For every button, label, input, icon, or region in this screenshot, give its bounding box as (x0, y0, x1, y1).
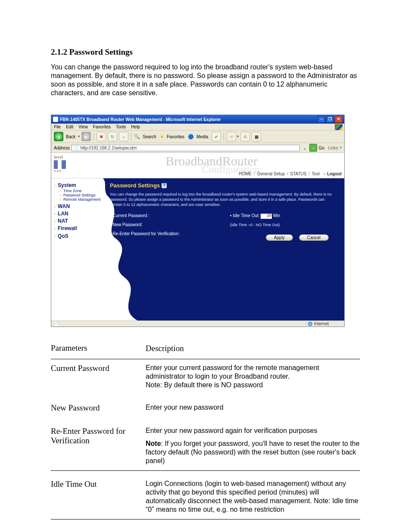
note-rest: : If you forget your password, you'll ha… (146, 440, 360, 464)
go-label: Go (319, 146, 324, 150)
favorites-icon[interactable]: ★ (160, 134, 164, 139)
param-desc: Enter your current password for the remo… (146, 364, 360, 389)
maximize-button[interactable]: ❐ (326, 116, 334, 123)
home-button[interactable]: ⌂ (119, 132, 128, 141)
address-url: http://192.168.2.1/setupw.stm (81, 146, 137, 150)
toolbar-separator (224, 133, 224, 140)
param-table: Parameters Description Current Password … (51, 339, 360, 520)
sidebar-item-system[interactable]: System (54, 183, 101, 188)
toolbar: ◄ Back ▾ ► ✖ ↻ ⌂ 🔍 Search ★ Favorites 🔵 … (51, 131, 344, 143)
param-name: New Password (51, 403, 146, 413)
panel-description: You can change the password required to … (110, 192, 337, 207)
print-button[interactable]: 🖶 (240, 132, 250, 141)
sidebar: System Time Zone Password Settings Remot… (51, 178, 103, 320)
windows-flag-icon (335, 124, 342, 130)
nav-general[interactable]: General Setup (257, 171, 285, 176)
status-zone-label: Internet (314, 321, 329, 326)
search-label: Search (143, 134, 156, 139)
menu-view[interactable]: View (78, 124, 88, 129)
sidebar-item-firewall[interactable]: Firewall (54, 226, 101, 231)
content-area: System Time Zone Password Settings Remot… (51, 178, 344, 320)
idle-timeout-input[interactable]: 10 (261, 214, 272, 219)
nav-status[interactable]: STATUS (290, 171, 306, 176)
brand-logo-bottom: one (54, 169, 76, 173)
param-desc: Enter your new password again for verifi… (146, 426, 360, 465)
media-label: Media (196, 134, 208, 139)
brand-header: level one BroadbandRouter Configuration … (51, 153, 344, 178)
nav-logout[interactable]: Logout (327, 171, 342, 176)
col-parameters: Parameters (51, 343, 146, 353)
top-nav: HOME / General Setup / STATUS / Tool ○ L… (239, 171, 342, 176)
sidebar-item-lan[interactable]: LAN (54, 211, 101, 217)
links-label[interactable]: Links (328, 146, 338, 150)
links-chevron-icon[interactable]: » (340, 146, 342, 150)
field-idle-timeout: Idle Time Out: 10 Min (230, 213, 337, 218)
back-button[interactable]: ◄ (54, 132, 63, 141)
section-heading: 2.1.2 Password Settings (51, 47, 360, 57)
help-icon[interactable]: ? (162, 183, 167, 188)
param-name: Re-Enter Password for Verification (51, 426, 146, 445)
apply-button[interactable]: Apply (266, 234, 293, 241)
menu-tools[interactable]: Tools (116, 124, 126, 129)
window-titlebar: FBR-1405TX Broadband Router Web Manageme… (51, 115, 344, 124)
globe-icon (308, 322, 312, 326)
main-panel: Password Settings ? You can change the p… (103, 178, 344, 320)
field-current-password: Current Password : (110, 213, 217, 218)
toolbar-separator (93, 133, 94, 140)
search-icon[interactable]: 🔍 (134, 134, 140, 139)
brand-logo-icon (54, 160, 66, 169)
field-new-password: New Password: (110, 222, 217, 227)
back-label: Back (66, 134, 75, 139)
ie-window: FBR-1405TX Broadband Router Web Manageme… (51, 115, 345, 327)
history-button[interactable]: ✔ (212, 132, 221, 141)
address-dropdown-icon[interactable]: ⌄ (302, 146, 308, 150)
param-desc: Enter your new password (146, 403, 360, 412)
close-button[interactable]: ✕ (335, 116, 342, 123)
refresh-button[interactable]: ↻ (108, 132, 117, 141)
address-bar: Address 📄 http://192.168.2.1/setupw.stm … (51, 143, 344, 153)
status-zone: Internet (306, 321, 342, 326)
minimize-button[interactable]: – (318, 116, 325, 123)
ie-logo-icon (53, 117, 58, 122)
idle-min: Min (273, 213, 280, 218)
section-intro: You can change the password required to … (51, 63, 360, 97)
address-label: Address (54, 146, 70, 150)
note-strong: Note (146, 440, 161, 447)
brand-logo-top: level (54, 155, 76, 159)
table-row: Re-Enter Password for Verification Enter… (51, 422, 360, 471)
back-dropdown-icon[interactable]: ▾ (78, 135, 80, 139)
idle-note: (Idle Time =0 : NO Time Out) (230, 223, 337, 227)
nav-tool[interactable]: Tool (312, 171, 320, 176)
sidebar-item-nat[interactable]: NAT (54, 218, 101, 224)
table-row: New Password Enter your new password (51, 399, 360, 418)
status-page-icon: 📄 (54, 321, 59, 326)
nav-home[interactable]: HOME (239, 171, 252, 176)
field-reenter-password: Re-Enter Password for Verification: (110, 231, 217, 236)
sidebar-item-remote[interactable]: Remote Management (60, 198, 101, 202)
param-name: Current Password (51, 364, 146, 373)
edit-button[interactable]: ▦ (252, 132, 261, 141)
menu-file[interactable]: File (54, 124, 61, 129)
go-button[interactable]: → (309, 144, 317, 152)
favorites-label: Favorites (167, 134, 184, 139)
sidebar-item-qos[interactable]: QoS (54, 233, 101, 239)
page-icon: 📄 (74, 146, 79, 150)
form-area: Current Password : New Password: Re-Ente… (110, 212, 337, 240)
address-input[interactable]: 📄 http://192.168.2.1/setupw.stm (72, 145, 300, 151)
cancel-button[interactable]: Cancel (299, 234, 329, 241)
mail-dropdown-icon[interactable]: ▾ (237, 135, 239, 139)
menu-favorites[interactable]: Favorites (93, 124, 111, 129)
menu-edit[interactable]: Edit (66, 124, 73, 129)
brand-logo: level one (51, 153, 79, 174)
media-icon[interactable]: 🔵 (188, 134, 194, 139)
status-bar: 📄 Internet (51, 320, 344, 327)
menu-help[interactable]: Help (131, 124, 140, 129)
mail-button[interactable]: ✉ (227, 132, 236, 141)
table-header-row: Parameters Description (51, 339, 360, 359)
col-description: Description (146, 343, 360, 354)
sidebar-item-wan[interactable]: WAN (54, 204, 101, 209)
stop-button[interactable]: ✖ (97, 132, 106, 141)
param-desc-line: Enter your new password again for verifi… (146, 426, 360, 435)
toolbar-separator (131, 133, 131, 140)
forward-button[interactable]: ► (81, 132, 91, 141)
